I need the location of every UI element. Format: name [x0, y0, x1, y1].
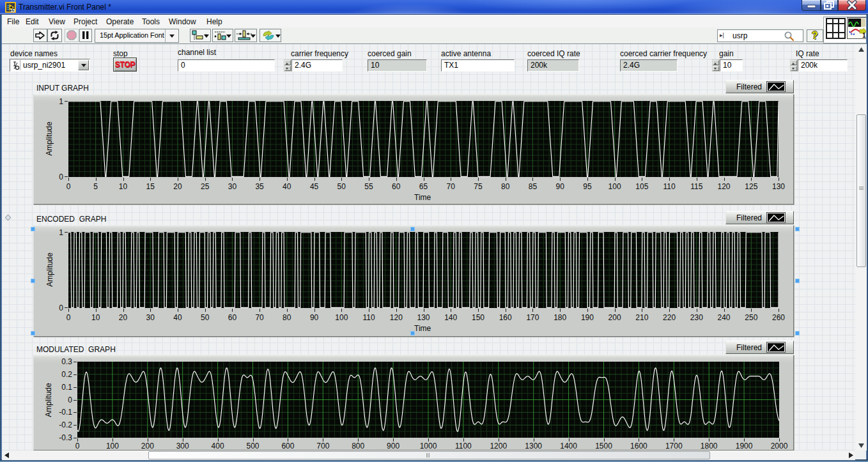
svg-text:15: 15: [11, 8, 16, 13]
